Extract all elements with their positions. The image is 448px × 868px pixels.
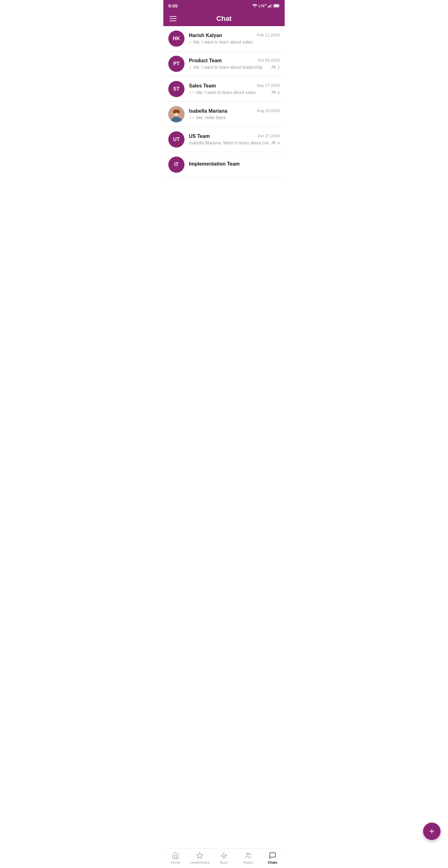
chat-name: Sales Team xyxy=(189,83,216,89)
lte-indicator: LTER xyxy=(259,3,267,8)
chat-content: Product TeamOct 05,2018✓ Me: I want to l… xyxy=(189,58,280,70)
avatar: ST xyxy=(168,81,185,97)
member-count: 4 xyxy=(271,141,280,145)
chat-content: Sales TeamSep 27,2018✓✓ Me: I want to le… xyxy=(189,83,280,95)
svg-rect-4 xyxy=(271,4,272,7)
chat-preview: ✓ Me: I want to learn about leadership xyxy=(189,65,263,70)
chat-content: Implementation Team xyxy=(189,161,280,168)
people-icon xyxy=(271,91,276,94)
svg-point-22 xyxy=(275,142,276,143)
chat-name: Product Team xyxy=(189,58,222,63)
page-title: Chat xyxy=(217,14,232,23)
battery-icon xyxy=(274,4,280,7)
svg-point-9 xyxy=(275,66,276,67)
people-icon xyxy=(271,65,276,69)
signal-icon xyxy=(268,4,272,7)
chat-list: HKHarish KalyanFeb 21,2019✓ Me: I want t… xyxy=(163,26,285,177)
chat-item[interactable]: ITImplementation Team xyxy=(163,152,285,177)
svg-point-0 xyxy=(255,7,255,8)
chat-name: Isabella Mariana xyxy=(189,108,227,114)
check-icon: ✓ xyxy=(189,40,192,44)
chat-date: Oct 05,2018 xyxy=(258,58,280,63)
svg-rect-7 xyxy=(274,5,279,6)
chat-date: Feb 21,2019 xyxy=(257,33,280,37)
status-icons: LTER xyxy=(252,3,280,8)
svg-rect-1 xyxy=(268,6,269,7)
avatar: HK xyxy=(168,31,185,47)
chat-name: Implementation Team xyxy=(189,161,239,167)
svg-point-11 xyxy=(275,91,276,92)
chat-item[interactable]: PTProduct TeamOct 05,2018✓ Me: I want to… xyxy=(163,51,285,76)
chat-preview: ✓✓ Me: Hello there xyxy=(189,115,226,120)
avatar xyxy=(168,106,185,122)
check-icon: ✓ xyxy=(189,65,192,69)
chat-content: US TeamJun 27,2018Isabella Mariana: Want… xyxy=(189,133,280,145)
chat-date: Aug 20,2018 xyxy=(257,108,280,113)
member-count: 4 xyxy=(271,90,280,95)
chat-preview: Isabella Mariana: Want to learn about co… xyxy=(189,141,269,145)
chat-name: US Team xyxy=(189,133,210,139)
avatar: UT xyxy=(168,131,185,148)
chat-item[interactable]: Isabella MarianaAug 20,2018✓✓ Me: Hello … xyxy=(163,102,285,127)
chat-item[interactable]: HKHarish KalyanFeb 21,2019✓ Me: I want t… xyxy=(163,26,285,51)
svg-point-20 xyxy=(173,110,180,113)
chat-date: Sep 27,2018 xyxy=(257,83,280,88)
double-check-icon: ✓✓ xyxy=(189,116,195,120)
chat-content: Harish KalyanFeb 21,2019✓ Me: I want to … xyxy=(189,33,280,44)
svg-rect-2 xyxy=(269,5,270,7)
chat-item[interactable]: UTUS TeamJun 27,2018Isabella Mariana: Wa… xyxy=(163,127,285,152)
chat-preview: ✓ Me: I want to learn about sales xyxy=(189,39,253,44)
chat-preview: ✓✓ Me: I want to learn about sales xyxy=(189,90,256,95)
chat-date: Jun 27,2018 xyxy=(257,133,280,138)
people-icon xyxy=(271,141,276,145)
menu-button[interactable] xyxy=(168,15,178,23)
chat-item[interactable]: STSales TeamSep 27,2018✓✓ Me: I want to … xyxy=(163,76,285,102)
status-bar: 9:00 LTER xyxy=(163,0,285,11)
svg-rect-3 xyxy=(270,4,271,7)
wifi-icon xyxy=(252,4,257,7)
chat-name: Harish Kalyan xyxy=(189,33,222,38)
avatar: IT xyxy=(168,157,185,173)
member-count: 2 xyxy=(271,65,280,70)
status-time: 9:00 xyxy=(168,3,178,8)
avatar: PT xyxy=(168,56,185,72)
double-check-icon: ✓✓ xyxy=(189,90,195,95)
svg-rect-6 xyxy=(279,5,280,6)
chat-content: Isabella MarianaAug 20,2018✓✓ Me: Hello … xyxy=(189,108,280,120)
app-header: Chat xyxy=(163,11,285,26)
